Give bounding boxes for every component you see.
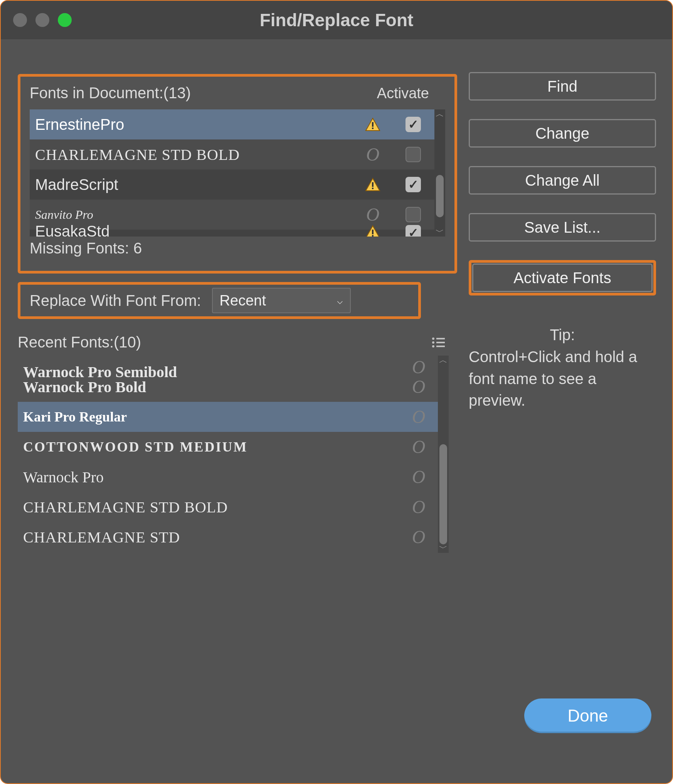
scroll-down-icon[interactable]: ﹀	[434, 227, 445, 237]
font-name: CHARLEMAGNE STD	[23, 528, 399, 546]
warning-icon	[353, 178, 392, 191]
list-view-icon[interactable]	[431, 335, 446, 350]
fonts-in-document-label: Fonts in Document:(13)	[30, 84, 191, 102]
activate-fonts-button[interactable]: Activate Fonts	[472, 264, 653, 292]
recent-font-row[interactable]: Warnock Pro Semibold O	[18, 356, 438, 372]
svg-rect-5	[372, 188, 374, 189]
recent-font-row[interactable]: CHARLEMAGNE STD BOLD O	[18, 492, 438, 522]
missing-fonts-label: Missing Fonts: 6	[30, 240, 445, 257]
activate-fonts-highlight: Activate Fonts	[469, 260, 656, 295]
scroll-up-icon[interactable]: ︿	[438, 356, 449, 365]
titlebar: Find/Replace Font	[1, 1, 672, 39]
recent-font-row[interactable]: Warnock Pro O	[18, 462, 438, 492]
opentype-icon: O	[353, 205, 392, 224]
minimize-window-button[interactable]	[35, 13, 49, 27]
opentype-icon: O	[399, 468, 438, 486]
svg-point-9	[432, 337, 434, 340]
svg-rect-14	[436, 346, 445, 347]
warning-icon	[353, 118, 392, 131]
change-button[interactable]: Change	[469, 119, 656, 148]
save-list-button[interactable]: Save List...	[469, 213, 656, 242]
opentype-icon: O	[399, 378, 438, 396]
font-row-madrescript[interactable]: MadreScript ✓	[30, 170, 434, 200]
activate-checkbox[interactable]: ✓	[405, 225, 421, 237]
replace-with-select[interactable]: Recent ⌵	[212, 288, 351, 313]
scroll-down-icon[interactable]: ﹀	[438, 544, 449, 553]
svg-rect-2	[372, 128, 374, 129]
font-row-ernestinepro[interactable]: ErnestinePro ✓	[30, 109, 434, 139]
window-controls	[13, 13, 72, 27]
opentype-icon: O	[399, 498, 438, 516]
opentype-icon: O	[399, 438, 438, 456]
font-name: Warnock Pro Bold	[23, 378, 399, 396]
opentype-icon: O	[353, 145, 392, 164]
recent-font-row[interactable]: CHARLEMAGNE STD O	[18, 522, 438, 552]
svg-rect-1	[372, 122, 374, 127]
fonts-in-document-list[interactable]: ErnestinePro ✓ CHARLEMAGNE STD BOLD O	[30, 109, 445, 237]
font-name: CHARLEMAGNE STD BOLD	[35, 146, 353, 164]
find-replace-font-window: Find/Replace Font Fonts in Document:(13)…	[0, 0, 673, 784]
font-name: Kari Pro Regular	[23, 409, 399, 425]
scroll-thumb[interactable]	[439, 444, 447, 544]
svg-rect-4	[372, 182, 374, 187]
replace-with-value: Recent	[220, 292, 266, 309]
font-name: MadreScript	[35, 176, 353, 193]
svg-point-13	[432, 345, 434, 348]
recent-font-row[interactable]: Kari Pro Regular O	[18, 402, 438, 432]
scrollbar[interactable]: ︿ ﹀	[434, 109, 445, 237]
svg-rect-7	[372, 230, 374, 234]
activate-column-label: Activate	[377, 85, 429, 102]
font-name: Sanvito Pro	[35, 208, 353, 222]
svg-rect-8	[372, 235, 374, 237]
font-name: COTTONWOOD STD MEDIUM	[23, 439, 399, 455]
scrollbar[interactable]: ︿ ﹀	[438, 356, 449, 553]
recent-font-row[interactable]: COTTONWOOD STD MEDIUM O	[18, 432, 438, 462]
done-button[interactable]: Done	[524, 698, 651, 733]
font-name: Warnock Pro	[23, 468, 399, 486]
change-all-button[interactable]: Change All	[469, 166, 656, 195]
activate-checkbox[interactable]	[405, 207, 421, 222]
close-window-button[interactable]	[13, 13, 27, 27]
activate-checkbox[interactable]: ✓	[405, 117, 421, 132]
opentype-icon: O	[399, 408, 438, 426]
scroll-up-icon[interactable]: ︿	[434, 109, 445, 119]
scroll-thumb[interactable]	[436, 175, 444, 217]
replace-with-section: Replace With Font From: Recent ⌵	[18, 282, 421, 319]
opentype-icon: O	[399, 528, 438, 546]
font-name: EusakaStd	[35, 223, 353, 237]
svg-rect-10	[436, 338, 445, 339]
replace-with-label: Replace With Font From:	[30, 292, 201, 309]
svg-rect-12	[436, 342, 445, 343]
tip-text: Tip: Control+Click and hold a font name …	[469, 324, 656, 411]
activate-checkbox[interactable]	[405, 147, 421, 162]
fonts-in-document-section: Fonts in Document:(13) Activate Ernestin…	[18, 74, 457, 274]
font-row-charlemagne-bold[interactable]: CHARLEMAGNE STD BOLD O	[30, 139, 434, 170]
chevron-down-icon: ⌵	[337, 295, 343, 307]
font-row-eusakastd[interactable]: EusakaStd ✓	[30, 230, 434, 237]
activate-checkbox[interactable]: ✓	[405, 177, 421, 192]
svg-point-11	[432, 341, 434, 344]
find-button[interactable]: Find	[469, 72, 656, 101]
font-name: ErnestinePro	[35, 116, 353, 133]
zoom-window-button[interactable]	[58, 13, 72, 27]
window-title: Find/Replace Font	[260, 10, 414, 30]
recent-fonts-label: Recent Fonts:(10)	[18, 334, 141, 351]
recent-fonts-list[interactable]: Warnock Pro Semibold O Warnock Pro Bold …	[18, 356, 449, 553]
font-name: CHARLEMAGNE STD BOLD	[23, 498, 399, 516]
opentype-icon: O	[399, 356, 438, 372]
warning-icon	[353, 225, 392, 237]
